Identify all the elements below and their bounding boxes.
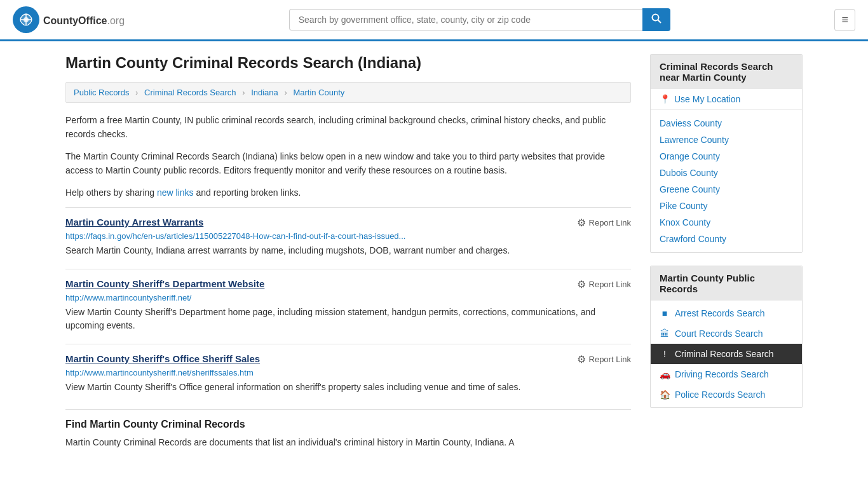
search-area (289, 8, 670, 31)
svg-line-4 (658, 20, 661, 24)
nearby-county-link-7[interactable]: Crawford County (660, 234, 726, 244)
result-url-0[interactable]: https://faqs.in.gov/hc/en-us/articles/11… (65, 231, 631, 241)
report-icon-2: ⚙ (577, 353, 586, 365)
search-input[interactable] (289, 9, 642, 30)
desc-paragraph-1: Perform a free Martin County, IN public … (65, 113, 631, 142)
result-header-1: Martin County Sheriff's Department Websi… (65, 278, 631, 290)
nearby-county-link-4[interactable]: Greene County (660, 184, 720, 194)
result-desc-1: View Martin County Sheriff's Department … (65, 306, 631, 332)
records-link-2[interactable]: !Criminal Records Search (651, 344, 802, 364)
rec-label-3: Driving Records Search (675, 369, 769, 379)
rec-label-2: Criminal Records Search (675, 349, 774, 359)
sidebar-nearby-section: Criminal Records Search near Martin Coun… (650, 54, 803, 253)
result-card-0: Martin County Arrest Warrants ⚙ Report L… (65, 207, 631, 266)
desc-paragraph-2: The Martin County Criminal Records Searc… (65, 149, 631, 178)
location-pin-icon: 📍 (660, 94, 670, 104)
nearby-county-link-2[interactable]: Orange County (660, 151, 720, 161)
report-link-0[interactable]: ⚙ Report Link (577, 217, 631, 229)
breadcrumb-martin-county[interactable]: Martin County (293, 88, 344, 97)
result-title-1: Martin County Sheriff's Department Websi… (65, 278, 264, 289)
nearby-county-3: Dubois County (651, 165, 802, 181)
records-link-4[interactable]: 🏠Police Records Search (651, 384, 802, 405)
nearby-county-4: Greene County (651, 181, 802, 198)
nearby-county-0: Daviess County (651, 115, 802, 132)
svg-point-3 (652, 15, 658, 21)
rec-label-4: Police Records Search (675, 390, 765, 400)
find-section-title: Find Martin County Criminal Records (65, 419, 631, 430)
result-card-1: Martin County Sheriff's Department Websi… (65, 269, 631, 341)
breadcrumb: Public Records › Criminal Records Search… (65, 82, 631, 103)
nearby-county-link-6[interactable]: Knox County (660, 217, 710, 227)
sidebar-records-section: Martin County Public Records ■Arrest Rec… (650, 266, 803, 408)
records-link-item-2: !Criminal Records Search (651, 344, 802, 364)
result-title-0: Martin County Arrest Warrants (65, 217, 203, 227)
hamburger-button[interactable]: ≡ (834, 9, 855, 31)
result-url-1[interactable]: http://www.martincountysheriff.net/ (65, 293, 631, 302)
rec-icon-2: ! (660, 349, 670, 359)
nearby-county-5: Pike County (651, 198, 802, 214)
result-link-1[interactable]: Martin County Sheriff's Department Websi… (65, 278, 264, 289)
find-desc: Martin County Criminal Records are docum… (65, 435, 631, 449)
logo-area: CountyOffice.org (13, 6, 125, 33)
logo-icon (13, 6, 39, 33)
search-button[interactable] (642, 8, 670, 31)
result-link-2[interactable]: Martin County Sheriff's Office Sheriff S… (65, 353, 260, 364)
nearby-county-link-0[interactable]: Daviess County (660, 118, 722, 128)
nearby-county-link-1[interactable]: Lawrence County (660, 135, 729, 145)
nearby-county-2: Orange County (651, 148, 802, 165)
records-link-0[interactable]: ■Arrest Records Search (651, 303, 802, 323)
result-card-2: Martin County Sheriff's Office Sheriff S… (65, 344, 631, 403)
nearby-county-6: Knox County (651, 214, 802, 231)
rec-icon-3: 🚗 (660, 369, 670, 379)
sidebar-nearby-header: Criminal Records Search near Martin Coun… (651, 55, 802, 89)
main-container: Martin County Criminal Records Search (I… (53, 41, 815, 470)
records-link-item-0: ■Arrest Records Search (651, 303, 802, 323)
nearby-county-7: Crawford County (651, 231, 802, 247)
svg-point-2 (24, 17, 29, 22)
site-header: CountyOffice.org ≡ (0, 0, 868, 41)
result-header-0: Martin County Arrest Warrants ⚙ Report L… (65, 217, 631, 229)
report-label-0: Report Link (589, 218, 631, 227)
page-title: Martin County Criminal Records Search (I… (65, 54, 631, 72)
use-location-row: 📍 Use My Location (651, 89, 802, 110)
result-link-0[interactable]: Martin County Arrest Warrants (65, 217, 203, 227)
result-title-2: Martin County Sheriff's Office Sheriff S… (65, 353, 260, 364)
report-icon-0: ⚙ (577, 217, 586, 229)
breadcrumb-sep-3: › (284, 88, 287, 97)
results-container: Martin County Arrest Warrants ⚙ Report L… (65, 207, 631, 403)
sidebar: Criminal Records Search near Martin Coun… (650, 54, 803, 457)
result-url-2[interactable]: http://www.martincountysheriff.net/sheri… (65, 368, 631, 377)
desc-paragraph-3: Help others by sharing new links and rep… (65, 186, 631, 200)
new-links-link[interactable]: new links (157, 187, 194, 198)
nearby-counties-list: Daviess CountyLawrence CountyOrange Coun… (651, 110, 802, 252)
rec-label-0: Arrest Records Search (675, 308, 765, 318)
use-location-link[interactable]: Use My Location (674, 94, 740, 104)
report-icon-1: ⚙ (577, 278, 586, 290)
content-area: Martin County Criminal Records Search (I… (65, 54, 631, 457)
result-header-2: Martin County Sheriff's Office Sheriff S… (65, 353, 631, 365)
records-links-list: ■Arrest Records Search🏛Court Records Sea… (651, 301, 802, 407)
report-label-2: Report Link (589, 355, 631, 364)
report-label-1: Report Link (589, 280, 631, 289)
nearby-county-link-5[interactable]: Pike County (660, 201, 707, 211)
breadcrumb-criminal-records-search[interactable]: Criminal Records Search (144, 88, 236, 97)
find-section: Find Martin County Criminal Records Mart… (65, 409, 631, 449)
records-link-item-1: 🏛Court Records Search (651, 323, 802, 344)
header-right: ≡ (834, 9, 855, 31)
breadcrumb-sep-1: › (135, 88, 138, 97)
logo-text: CountyOffice.org (43, 13, 125, 27)
breadcrumb-sep-2: › (242, 88, 245, 97)
records-link-3[interactable]: 🚗Driving Records Search (651, 364, 802, 384)
records-link-1[interactable]: 🏛Court Records Search (651, 323, 802, 344)
report-link-1[interactable]: ⚙ Report Link (577, 278, 631, 290)
breadcrumb-public-records[interactable]: Public Records (74, 88, 129, 97)
report-link-2[interactable]: ⚙ Report Link (577, 353, 631, 365)
breadcrumb-indiana[interactable]: Indiana (251, 88, 278, 97)
rec-label-1: Court Records Search (675, 329, 763, 339)
rec-icon-4: 🏠 (660, 390, 670, 400)
nearby-county-link-3[interactable]: Dubois County (660, 168, 718, 178)
result-desc-2: View Martin County Sheriff's Office gene… (65, 381, 631, 394)
result-desc-0: Search Martin County, Indiana arrest war… (65, 244, 631, 257)
nearby-county-1: Lawrence County (651, 132, 802, 148)
records-link-item-3: 🚗Driving Records Search (651, 364, 802, 384)
